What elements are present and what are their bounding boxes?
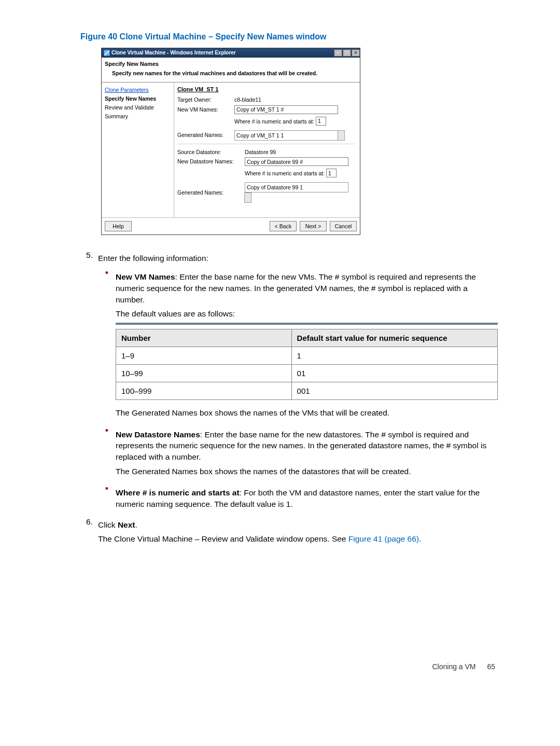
footer-page-number: 65 [478,662,495,671]
titlebar: Clone Virtual Machine - Windows Internet… [102,48,360,58]
bullet-where-numeric: Where # is numeric and starts at: For bo… [116,487,498,509]
group-title: Clone VM_ST 1 [177,86,355,93]
step-review-validate: Review and Validate [105,103,171,112]
bullet-new-ds-names: New Datastore Names: Enter the base name… [116,429,498,463]
scrollbar-ds-generated[interactable] [244,192,251,203]
scrollbar-vm-generated[interactable] [338,130,345,141]
step-clone-parameters[interactable]: Clone Parameters [105,86,171,94]
figure-caption: Figure 40 Clone Virtual Machine – Specif… [80,31,498,43]
label-new-ds-names: New Datastore Names: [177,158,245,165]
link-figure-41[interactable]: Figure 41 (page 66) [348,534,419,543]
wizard-steps-sidebar: Clone Parameters Specify New Names Revie… [102,82,174,217]
box-vm-generated: Copy of VM_ST 1 1 [234,130,338,141]
step5-text: Enter the following information: [98,253,498,264]
cancel-button[interactable]: Cancel [330,221,357,231]
wizard-footer: Help < Back Next > Cancel [102,217,360,234]
value-target-owner: c8-blade11 [234,96,355,104]
label-new-vm-names: New VM Names: [177,106,234,114]
bullet-icon: • [98,484,116,513]
step6-text: Click Next. [98,519,498,531]
label-vm-where: Where # is numeric and starts at: [234,118,314,124]
step-specify-new-names: Specify New Names [105,94,171,103]
label-ds-where: Where # is numeric and starts at: [245,170,325,176]
defaults-table: Number Default start value for numeric s… [116,329,498,400]
label-target-owner: Target Owner: [177,96,234,104]
dialog-window: Clone Virtual Machine - Windows Internet… [101,48,360,235]
bullet2-after: The Generated Names box shows the names … [116,466,498,477]
footer-section: Cloning a VM [432,662,475,671]
maximize-button[interactable]: □ [343,49,351,57]
input-ds-start-num[interactable] [326,169,337,177]
page-footer: Cloning a VM 65 [80,662,498,672]
table-row: 10–9901 [116,364,498,382]
back-button[interactable]: < Back [270,221,297,231]
th-number: Number [116,329,292,347]
label-vm-generated: Generated Names: [177,131,234,139]
value-source-datastore: Datastore 99 [245,148,355,156]
minimize-button[interactable]: − [334,49,342,57]
wizard-header: Specify New Names Specify new names for … [102,58,360,82]
wizard-main: Clone VM_ST 1 Target Owner: c8-blade11 N… [174,82,360,217]
step-summary: Summary [105,112,171,121]
box-ds-generated: Copy of Datastore 99 1 [245,182,348,192]
ie-icon [104,50,110,56]
table-row: 100–999001 [116,382,498,399]
bullet1-follow: The default values are as follows: [116,308,498,320]
bullet-icon: • [98,426,116,480]
help-button[interactable]: Help [105,221,132,231]
label-ds-generated: Generated Names: [177,189,245,197]
wizard-subtitle: Specify new names for the virtual machin… [105,68,357,77]
input-new-vm-names[interactable] [234,105,338,114]
bullet-new-vm-names: New VM Names: Enter the base name for th… [116,271,498,305]
input-new-ds-names[interactable] [245,157,348,166]
label-source-datastore: Source Datastore: [177,148,245,156]
input-vm-start-num[interactable] [316,117,326,126]
wizard-title: Specify New Names [105,60,357,68]
bullet1-after: The Generated Names box shows the names … [116,407,498,419]
bullet-icon: • [98,268,116,421]
close-button[interactable]: × [352,49,360,57]
step6-follow: The Clone Virtual Machine – Review and V… [98,533,498,545]
table-row: 1–91 [116,347,498,364]
step5-number: 5. [80,250,98,513]
step6-number: 6. [80,516,98,548]
next-button[interactable]: Next > [300,221,327,231]
th-default: Default start value for numeric sequence [291,329,497,347]
titlebar-text: Clone Virtual Machine - Windows Internet… [111,49,236,57]
